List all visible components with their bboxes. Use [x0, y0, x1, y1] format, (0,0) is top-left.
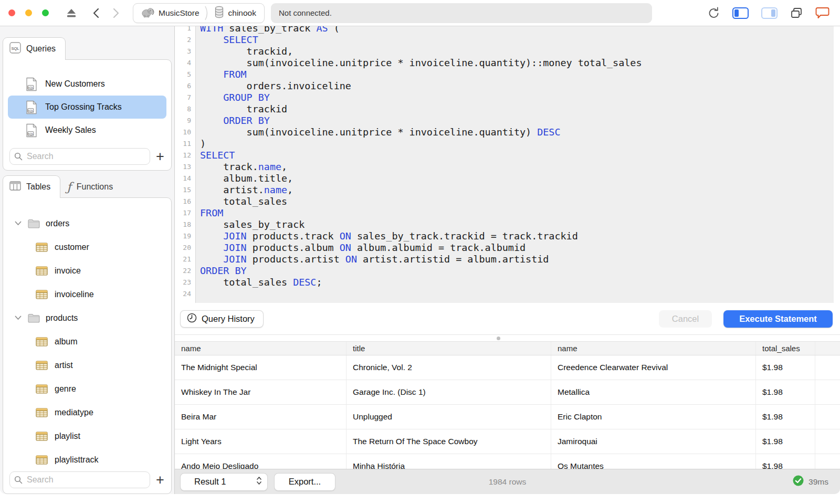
code-line[interactable]: ORDER BY	[200, 115, 834, 127]
table-cell[interactable]: Os Mutantes	[551, 454, 756, 469]
code-lines[interactable]: WITH sales_by_track AS ( SELECT trackid,…	[200, 26, 834, 300]
table-row[interactable]: Light YearsThe Return Of The Space Cowbo…	[175, 429, 840, 454]
code-line[interactable]: artist.name,	[200, 184, 834, 196]
minimize-button[interactable]	[25, 9, 32, 16]
tab-queries[interactable]: SQL Queries	[3, 37, 66, 60]
code-line[interactable]: SELECT	[200, 34, 834, 46]
breadcrumb-database[interactable]: MusicStore	[141, 6, 200, 20]
pane-splitter[interactable]	[175, 334, 840, 341]
tree-table[interactable]: playlisttrack	[3, 448, 171, 471]
column-header[interactable]: name	[551, 342, 756, 355]
table-cell[interactable]: Minha História	[346, 454, 551, 469]
table-row[interactable]: Ando Meio DesligadoMinha HistóriaOs Muta…	[175, 454, 840, 469]
code-line[interactable]: )	[200, 138, 834, 150]
table-cell[interactable]: Beira Mar	[175, 405, 346, 429]
code-line[interactable]: ORDER BY	[200, 265, 834, 277]
code-line[interactable]: orders.invoiceline	[200, 80, 834, 92]
tree-table[interactable]: artist	[3, 353, 171, 377]
code-line[interactable]: FROM	[200, 69, 834, 80]
code-line[interactable]: track.name,	[200, 161, 834, 173]
column-header[interactable]: name	[175, 342, 346, 355]
tree-folder[interactable]: products	[3, 306, 171, 330]
refresh-button[interactable]	[708, 7, 720, 19]
table-cell[interactable]: The Return Of The Space Cowboy	[346, 429, 551, 454]
code-line[interactable]: total_sales DESC;	[200, 277, 834, 288]
table-cell[interactable]: $1.98	[756, 380, 815, 404]
table-cell[interactable]: Creedence Clearwater Revival	[551, 355, 756, 380]
table-cell[interactable]: Ando Meio Desligado	[175, 454, 346, 469]
chat-button[interactable]	[815, 7, 830, 19]
tab-tables[interactable]: Tables	[3, 175, 60, 198]
chevron-down-icon[interactable]	[15, 221, 22, 226]
code-line[interactable]: WITH sales_by_track AS (	[200, 26, 834, 34]
query-item[interactable]: SQLWeekly Sales	[8, 119, 166, 142]
code-line[interactable]: GROUP BY	[200, 92, 834, 103]
table-row[interactable]: The Midnight SpecialChronicle, Vol. 2Cre…	[175, 355, 840, 380]
code-line[interactable]	[200, 288, 834, 300]
tree-table[interactable]: genre	[3, 377, 171, 401]
sidebar-left-toggle[interactable]	[732, 7, 749, 19]
tree-table[interactable]: invoiceline	[3, 282, 171, 306]
column-header[interactable]: title	[346, 342, 551, 355]
eject-icon[interactable]	[66, 8, 77, 18]
code-line[interactable]: trackid	[200, 103, 834, 115]
tree-table[interactable]: customer	[3, 235, 171, 259]
table-cell[interactable]: The Midnight Special	[175, 355, 346, 380]
code-line[interactable]: FROM	[200, 207, 834, 219]
table-row[interactable]: Whiskey In The JarGarage Inc. (Disc 1)Me…	[175, 380, 840, 405]
code-line[interactable]: album.title,	[200, 173, 834, 184]
tree-folder[interactable]: orders	[3, 212, 171, 235]
add-query-button[interactable]: +	[152, 149, 168, 164]
forward-button[interactable]	[113, 8, 119, 18]
table-cell[interactable]: Garage Inc. (Disc 1)	[346, 380, 551, 404]
query-item[interactable]: SQLNew Customers	[8, 72, 166, 96]
zoom-button[interactable]	[42, 9, 49, 16]
windows-button[interactable]	[790, 7, 803, 19]
back-button[interactable]	[93, 8, 99, 18]
tree-table[interactable]: invoice	[3, 259, 171, 282]
table-row[interactable]: Beira MarUnpluggedEric Clapton$1.98	[175, 405, 840, 429]
table-cell[interactable]: $1.98	[756, 405, 815, 429]
code-line[interactable]: JOIN products.album ON album.albumid = t…	[200, 242, 834, 254]
code-line[interactable]: total_sales	[200, 196, 834, 207]
table-cell[interactable]: Chronicle, Vol. 2	[346, 355, 551, 380]
code-line[interactable]: JOIN products.artist ON artist.artistid …	[200, 254, 834, 265]
execute-statement-button[interactable]: Execute Statement	[723, 310, 833, 328]
sidebar-right-toggle[interactable]	[761, 7, 778, 19]
code-line[interactable]: sum(invoiceline.unitprice * invoiceline.…	[200, 57, 834, 69]
table-cell[interactable]: Eric Clapton	[551, 405, 756, 429]
code-line[interactable]: sum(invoiceline.unitprice * invoiceline.…	[200, 127, 834, 138]
code-area[interactable]: WITH sales_by_track AS ( SELECT trackid,…	[196, 26, 834, 303]
add-table-button[interactable]: +	[152, 472, 168, 488]
table-cell[interactable]: Unplugged	[346, 405, 551, 429]
table-cell[interactable]: Light Years	[175, 429, 346, 454]
query-item[interactable]: SQLTop Grossing Tracks	[8, 96, 166, 119]
result-selector[interactable]: Result 1	[180, 473, 268, 491]
code-line[interactable]: JOIN products.track ON sales_by_track.tr…	[200, 230, 834, 242]
tables-search-input[interactable]	[9, 471, 150, 488]
code-line[interactable]: sales_by_track	[200, 219, 834, 230]
table-cell[interactable]: Metallica	[551, 380, 756, 404]
query-list: SQLNew CustomersSQLTop Grossing TracksSQ…	[3, 60, 171, 142]
table-cell[interactable]: Whiskey In The Jar	[175, 380, 346, 404]
table-cell[interactable]: $1.98	[756, 454, 815, 469]
table-cell[interactable]: Jamiroquai	[551, 429, 756, 454]
table-cell[interactable]: $1.98	[756, 429, 815, 454]
cancel-button[interactable]: Cancel	[659, 310, 712, 328]
queries-search-input[interactable]	[9, 148, 150, 165]
query-history-button[interactable]: Query History	[180, 310, 264, 328]
code-line[interactable]: SELECT	[200, 150, 834, 161]
table-cell[interactable]: $1.98	[756, 355, 815, 380]
tab-functions[interactable]: ƒ Functions	[60, 175, 122, 198]
close-button[interactable]	[8, 9, 15, 16]
window-controls	[8, 9, 49, 16]
chevron-down-icon[interactable]	[15, 316, 22, 320]
column-header[interactable]: total_sales	[756, 342, 815, 355]
tree-table[interactable]: album	[3, 330, 171, 353]
export-button[interactable]: Export...	[274, 473, 335, 491]
tree-table[interactable]: playlist	[3, 424, 171, 448]
tree-table[interactable]: mediatype	[3, 401, 171, 424]
sql-editor[interactable]: 123456789101112131415161718192021222324 …	[175, 26, 840, 303]
code-line[interactable]: trackid,	[200, 46, 834, 57]
breadcrumb-schema[interactable]: chinook	[214, 6, 256, 20]
